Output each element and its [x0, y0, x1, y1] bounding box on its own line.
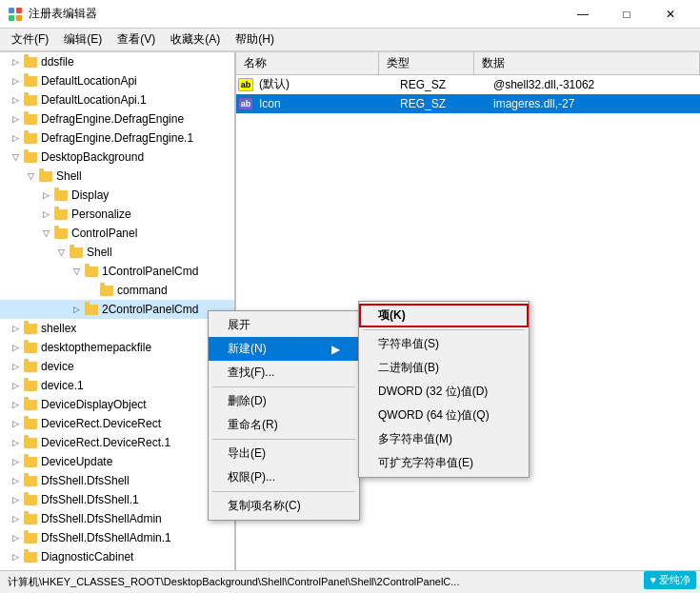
menu-file[interactable]: 文件(F)	[4, 30, 56, 50]
tree-item-deviceupdate[interactable]: ▷ DeviceUpdate	[0, 452, 234, 471]
menu-help[interactable]: 帮助(H)	[228, 30, 282, 50]
submenu-multistring[interactable]: 多字符串值(M)	[359, 427, 529, 451]
submenu-qword[interactable]: QWORD (64 位)值(Q)	[359, 404, 529, 427]
submenu-binary[interactable]: 二进制值(B)	[359, 356, 529, 380]
tree-item-personalize[interactable]: ▷ Personalize	[0, 205, 234, 224]
tree-item-shell-top[interactable]: ▽ Shell	[0, 167, 234, 186]
tree-item-desktopbackground[interactable]: ▽ DesktopBackground	[0, 148, 234, 167]
expander-defragengine[interactable]: ▷	[8, 111, 23, 127]
menu-edit[interactable]: 编辑(E)	[56, 30, 110, 50]
expander-dfsshell-admin[interactable]: ▷	[8, 511, 23, 526]
tree-item-display[interactable]: ▷ Display	[0, 186, 234, 205]
expander-desktopthemepackfile[interactable]: ▷	[8, 340, 23, 355]
tree-item-defaultlocationapi1[interactable]: ▷ DefaultLocationApi.1	[0, 90, 234, 109]
tree-item-device[interactable]: ▷ device	[0, 357, 234, 376]
tree-item-shellex[interactable]: ▷ shellex	[0, 319, 234, 338]
tree-item-dfsshell-admin[interactable]: ▷ DfsShell.DfsShellAdmin	[0, 509, 234, 528]
expander-deviceupdate[interactable]: ▷	[8, 454, 23, 469]
tree-item-ddsfile[interactable]: ▷ ddsfile	[0, 52, 234, 71]
expander-desktopbackground[interactable]: ▽	[8, 149, 23, 165]
folder-icon-device1	[23, 379, 38, 392]
expander-shell-top[interactable]: ▽	[23, 168, 38, 184]
tree-label-display: Display	[71, 188, 109, 202]
submenu-dword[interactable]: DWORD (32 位)值(D)	[359, 380, 529, 404]
tree-item-defaultlocationapi[interactable]: ▷ DefaultLocationApi	[0, 71, 234, 90]
column-headers: 名称 类型 数据	[236, 52, 700, 75]
col-header-type[interactable]: 类型	[379, 52, 474, 74]
menu-bar: 文件(F) 编辑(E) 查看(V) 收藏夹(A) 帮助(H)	[0, 29, 700, 51]
expander-devicedisplayobject[interactable]: ▷	[8, 397, 23, 412]
expander-ddsfile[interactable]: ▷	[8, 54, 23, 69]
folder-icon-dfsshell-admin	[23, 512, 38, 525]
tree-item-1controlpanelcmd[interactable]: ▽ 1ControlPanelCmd	[0, 262, 234, 281]
ctx-new[interactable]: 新建(N) ▶	[209, 337, 359, 361]
expander-device[interactable]: ▷	[8, 359, 23, 374]
tree-item-defragengine1[interactable]: ▷ DefragEngine.DefragEngine.1	[0, 128, 234, 148]
close-button[interactable]: ✕	[649, 0, 692, 29]
status-bar: 计算机\HKEY_CLASSES_ROOT\DesktopBackground\…	[0, 570, 700, 593]
reg-cell-icon-type: REG_SZ	[396, 97, 490, 110]
menu-view[interactable]: 查看(V)	[110, 30, 163, 50]
tree-label-personalize: Personalize	[71, 208, 131, 221]
expander-devicerect[interactable]: ▷	[8, 416, 23, 431]
expander-defaultlocationapi[interactable]: ▷	[8, 73, 23, 89]
tree-item-desktopthemepackfile[interactable]: ▷ desktopthemepackfile	[0, 338, 234, 357]
expander-controlpanel[interactable]: ▽	[38, 226, 53, 241]
tree-label-dfsshell-admin1: DfsShell.DfsShellAdmin.1	[41, 531, 171, 544]
expander-dfsshell1[interactable]: ▷	[8, 492, 23, 507]
expander-1controlpanelcmd[interactable]: ▽	[69, 264, 84, 279]
expander-dfsshell-admin1[interactable]: ▷	[8, 530, 23, 545]
submenu-string[interactable]: 字符串值(S)	[359, 332, 529, 356]
ctx-expand[interactable]: 展开	[209, 313, 359, 337]
ctx-delete[interactable]: 删除(D)	[209, 389, 359, 413]
expander-diagnosticcabinet[interactable]: ▷	[8, 549, 23, 564]
expander-defragengine1[interactable]: ▷	[8, 130, 23, 146]
ctx-copyname[interactable]: 复制项名称(C)	[209, 494, 359, 518]
col-header-data[interactable]: 数据	[474, 52, 700, 74]
reg-row-default[interactable]: ab (默认) REG_SZ @shell32.dll,-31062	[236, 75, 700, 94]
tree-label-defragengine1: DefragEngine.DefragEngine.1	[41, 131, 193, 145]
tree-item-defragengine[interactable]: ▷ DefragEngine.DefragEngine	[0, 109, 234, 128]
tree-item-controlpanel[interactable]: ▽ ControlPanel	[0, 224, 234, 243]
ctx-rename[interactable]: 重命名(R)	[209, 413, 359, 437]
minimize-button[interactable]: —	[561, 0, 605, 29]
folder-icon-1controlpanelcmd	[84, 265, 99, 278]
registry-tree[interactable]: ▷ ddsfile ▷ DefaultLocationApi ▷ Default…	[0, 52, 236, 570]
reg-cell-icon-name: Icon	[255, 97, 396, 110]
submenu-key[interactable]: 项(K)	[359, 304, 529, 327]
reg-row-icon[interactable]: ab Icon REG_SZ imageres.dll,-27	[236, 94, 700, 113]
expander-devicerect1[interactable]: ▷	[8, 435, 23, 450]
ctx-find[interactable]: 查找(F)...	[209, 361, 359, 385]
folder-icon-diagnosticcabinet	[23, 550, 38, 563]
submenu-expandstring[interactable]: 可扩充字符串值(E)	[359, 451, 529, 475]
expander-dfsshell[interactable]: ▷	[8, 473, 23, 488]
ab-badge-default: ab	[238, 78, 254, 91]
tree-label-shell-top: Shell	[56, 169, 82, 183]
tree-item-devicerect1[interactable]: ▷ DeviceRect.DeviceRect.1	[0, 433, 234, 452]
ctx-permissions[interactable]: 权限(P)...	[209, 465, 359, 489]
ctx-export[interactable]: 导出(E)	[209, 442, 359, 465]
tree-item-dfsshell1[interactable]: ▷ DfsShell.DfsShell.1	[0, 490, 234, 509]
expander-2controlpanelcmd[interactable]: ▷	[69, 302, 84, 317]
tree-item-device1[interactable]: ▷ device.1	[0, 376, 234, 395]
tree-item-dfsshell[interactable]: ▷ DfsShell.DfsShell	[0, 471, 234, 490]
tree-item-command[interactable]: ▷ command	[0, 281, 234, 300]
expander-personalize[interactable]: ▷	[38, 207, 53, 222]
menu-favorites[interactable]: 收藏夹(A)	[163, 30, 228, 50]
tree-item-2controlpanelcmd[interactable]: ▷ 2ControlPanelCmd	[0, 300, 234, 319]
expander-device1[interactable]: ▷	[8, 378, 23, 393]
folder-icon-display	[53, 188, 69, 202]
tree-item-diagnosticcabinet[interactable]: ▷ DiagnosticCabinet	[0, 547, 234, 566]
tree-item-devicerect[interactable]: ▷ DeviceRect.DeviceRect	[0, 414, 234, 433]
tree-item-dfsshell-admin1[interactable]: ▷ DfsShell.DfsShellAdmin.1	[0, 528, 234, 547]
tree-item-devicedisplayobject[interactable]: ▷ DeviceDisplayObject	[0, 395, 234, 414]
tree-item-shell2[interactable]: ▽ Shell	[0, 243, 234, 262]
expander-defaultlocationapi1[interactable]: ▷	[8, 92, 23, 108]
maximize-button[interactable]: □	[605, 0, 649, 29]
col-header-name[interactable]: 名称	[236, 52, 379, 74]
expander-shell2[interactable]: ▽	[53, 245, 69, 260]
expander-display[interactable]: ▷	[38, 188, 53, 203]
watermark: ♥ 爱纯净	[644, 571, 696, 589]
expander-shellex[interactable]: ▷	[8, 321, 23, 336]
folder-icon-shellex	[23, 322, 38, 335]
